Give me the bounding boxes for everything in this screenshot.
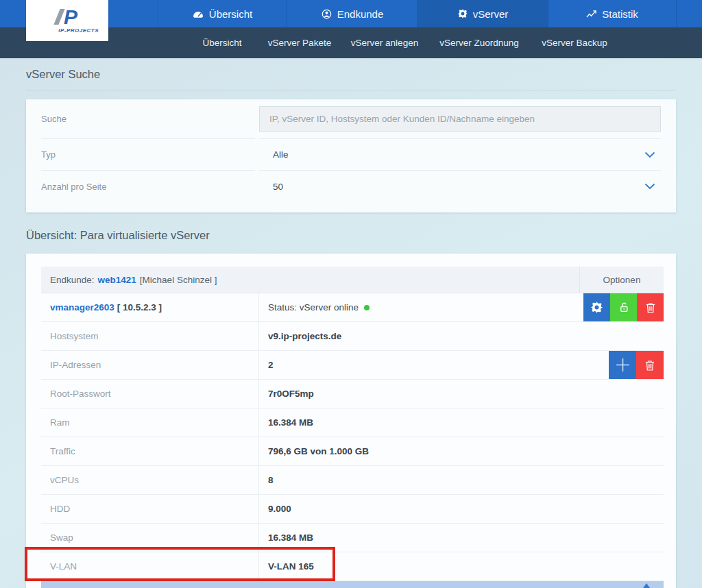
status-online-dot — [364, 305, 370, 310]
add-ip-button[interactable] — [609, 351, 636, 379]
tab-label: vServer — [473, 8, 509, 20]
row-label: vCPUs — [41, 466, 258, 494]
row-value: 7r0OF5mp — [268, 389, 314, 399]
table-row: vCPUs 8 — [41, 466, 664, 495]
subnav-uebersicht[interactable]: Übersicht — [202, 27, 241, 58]
row-label: Root-Passwort — [41, 380, 258, 408]
subnav-vserver-zuordnung[interactable]: vServer Zuordnung — [439, 27, 519, 58]
row-label: IP-Adressen — [41, 351, 258, 379]
tab-endkunde[interactable]: Endkunde — [287, 0, 417, 27]
chevron-down-icon[interactable] — [644, 183, 655, 190]
logo-text: IP-PROJECTS — [58, 27, 99, 34]
typ-select[interactable]: Alle — [259, 138, 661, 170]
subnav-vserver-backup[interactable]: vServer Backup — [542, 27, 607, 58]
search-panel: Suche Typ Alle Anzahl pro Seite 50 — [26, 99, 676, 212]
row-value: 9.000 — [268, 504, 291, 514]
tab-statistik[interactable]: Statistik — [548, 0, 677, 27]
gear-icon — [591, 302, 603, 313]
details-rows: Hostsystem v9.ip-projects.de IP-Adressen… — [41, 322, 664, 581]
dashboard-icon — [193, 10, 204, 19]
typ-selected-value: Alle — [273, 149, 289, 160]
gear-icon — [458, 9, 468, 19]
server-status-text: Status: vServer online — [268, 302, 359, 313]
tab-vserver[interactable]: vServer — [417, 0, 548, 27]
tab-uebersicht[interactable]: Übersicht — [158, 0, 287, 27]
row-value: 2 — [268, 360, 274, 370]
trash-icon — [646, 302, 655, 313]
table-row: Traffic 796,6 GB von 1.000 GB — [41, 437, 664, 466]
delete-ip-button[interactable] — [636, 351, 664, 379]
subnav-vserver-pakete[interactable]: vServer Pakete — [268, 27, 331, 58]
unlock-icon — [618, 302, 629, 313]
logo-letter: P — [64, 8, 77, 27]
table-row: HDD 9.000 — [41, 495, 664, 524]
row-value: V-LAN 165 — [268, 561, 314, 572]
chevron-down-icon[interactable] — [644, 151, 655, 158]
tab-label: Endkunde — [337, 8, 384, 20]
row-label: Hostsystem — [41, 322, 258, 350]
row-value: 796,6 GB von 1.000 GB — [268, 446, 369, 456]
scroll-top-bar[interactable] — [41, 581, 664, 588]
endkunde-prefix: Endkunde: — [50, 275, 95, 285]
row-label: Ram — [41, 408, 258, 437]
section-title-vserver-suche: vServer Suche — [26, 68, 676, 90]
field-label: Anzahl pro Seite — [41, 170, 255, 202]
delete-server-button[interactable] — [637, 293, 664, 321]
server-name-link[interactable]: vmanager2603 — [50, 302, 114, 313]
search-input[interactable] — [259, 106, 661, 132]
table-row: Swap 16.384 MB — [41, 524, 664, 552]
table-row: Hostsystem v9.ip-projects.de — [41, 322, 664, 351]
logo-mark: P — [57, 8, 77, 27]
arrow-up-icon[interactable] — [643, 583, 650, 588]
trash-icon — [645, 360, 655, 371]
vserver-panel: Endkunde: web1421 [Michael Schinzel ] Op… — [26, 254, 676, 588]
row-value: 16.384 MB — [268, 532, 313, 543]
row-label: Swap — [41, 524, 258, 552]
tab-label: Statistik — [602, 8, 638, 20]
ip-projects-logo[interactable]: P IP-PROJECTS — [26, 0, 108, 41]
row-label: V-LAN — [41, 552, 258, 580]
field-label: Typ — [41, 138, 255, 170]
chart-icon — [586, 10, 596, 19]
table-header: Endkunde: web1421 [Michael Schinzel ] Op… — [41, 267, 664, 293]
field-label: Suche — [41, 99, 255, 138]
tab-label: Übersicht — [209, 8, 252, 20]
options-header[interactable]: Optionen — [579, 267, 664, 293]
settings-button[interactable] — [583, 293, 610, 321]
row-actions — [609, 351, 664, 379]
endkunde-link[interactable]: web1421 — [98, 275, 136, 285]
table-row: Ram 16.384 MB — [41, 408, 664, 437]
anzahl-row: Anzahl pro Seite 50 — [41, 170, 661, 202]
server-ip: [ 10.5.2.3 ] — [117, 302, 162, 313]
anzahl-select[interactable]: 50 — [259, 170, 661, 202]
unlock-button[interactable] — [610, 293, 637, 321]
table-row: Root-Passwort 7r0OF5mp — [41, 380, 664, 408]
subnav-vserver-anlegen[interactable]: vServer anlegen — [351, 27, 418, 58]
table-row: V-LAN V-LAN 165 — [41, 552, 664, 581]
row-value: v9.ip-projects.de — [268, 331, 341, 341]
plus-icon — [615, 357, 631, 373]
server-actions — [583, 293, 664, 321]
server-row: vmanager2603 [ 10.5.2.3 ] Status: vServe… — [41, 293, 664, 322]
row-label: HDD — [41, 495, 258, 523]
user-icon — [322, 9, 332, 19]
row-label: Traffic — [41, 437, 258, 465]
search-row: Suche — [41, 99, 661, 138]
typ-row: Typ Alle — [41, 138, 661, 170]
anzahl-selected-value: 50 — [273, 182, 283, 192]
section-title-uebersicht: Übersicht: Para virtualisierte vServer — [26, 229, 210, 242]
endkunde-name: [Michael Schinzel ] — [140, 275, 217, 285]
row-value: 8 — [268, 475, 274, 485]
row-value: 16.384 MB — [268, 417, 313, 428]
table-row: IP-Adressen 2 — [41, 351, 664, 380]
